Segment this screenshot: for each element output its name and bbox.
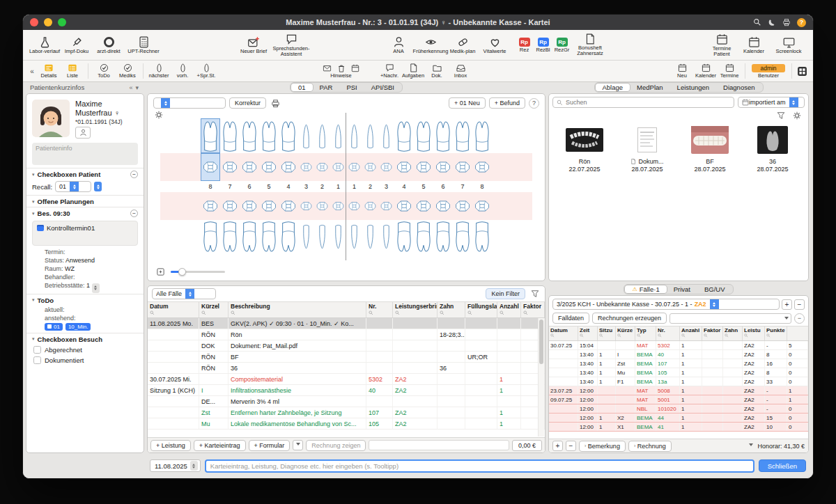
upper-crown-icon[interactable]: [201, 153, 220, 181]
lower-crown-icon[interactable]: [314, 192, 330, 220]
add-karteieintrag-button[interactable]: + Karteieintrag: [194, 440, 246, 451]
column-header[interactable]: Zahn: [723, 326, 743, 340]
tooth[interactable]: 2: [314, 118, 330, 255]
column-header[interactable]: Beschreibung: [229, 302, 366, 317]
column-header[interactable]: Leistu: [743, 326, 765, 340]
faelle-filter-select[interactable]: Alle Fälle: [152, 288, 216, 299]
upper-crown-icon[interactable]: [378, 153, 394, 181]
leistung-row[interactable]: 12:00 1 X2 BEMA 44 1 ZA2 15 0: [549, 414, 808, 423]
chart-tab[interactable]: PAR: [313, 84, 340, 91]
upper-crown-icon[interactable]: [240, 153, 259, 181]
close-window-button[interactable]: [30, 18, 38, 26]
ablage-tab[interactable]: MedPlan: [630, 84, 670, 91]
gear-icon[interactable]: [791, 111, 803, 120]
column-header[interactable]: Zahn: [438, 302, 465, 317]
dokumentiert-checkbox[interactable]: [33, 356, 41, 364]
kartei-row[interactable]: DE... Merverin 3% 4 ml: [148, 396, 545, 407]
toolbar-neuer-brief[interactable]: Neuer Brief: [238, 31, 270, 59]
rechnungen-erzeugen-button[interactable]: Rechnungen erzeugen: [592, 313, 667, 324]
column-search-icon[interactable]: [617, 333, 621, 338]
kartei-row[interactable]: Mu Lokale medikamentöse Behandlung von S…: [148, 418, 545, 430]
zoom-slider[interactable]: [171, 271, 225, 273]
betriebsstaette-stepper[interactable]: [92, 283, 100, 293]
leistung-row[interactable]: 13:40 1 Zst BEMA 107 1 ZA2 16 0: [549, 359, 808, 368]
ablage-search-input[interactable]: [566, 99, 730, 106]
toolbar-impf-doku[interactable]: Impf-Doku: [61, 31, 93, 59]
section-checkboxen-besuch[interactable]: ▾ Checkboxen Besuch: [26, 333, 144, 345]
lower-crown-icon[interactable]: [240, 192, 259, 220]
add-leistung-button[interactable]: + Leistung: [150, 440, 191, 451]
upper-crown-icon[interactable]: [453, 153, 472, 181]
add-formular-button[interactable]: + Formular: [249, 440, 291, 451]
falldaten-button[interactable]: Falldaten: [552, 313, 589, 324]
column-header[interactable]: Punkte: [765, 326, 787, 340]
column-header[interactable]: Kürzel: [199, 302, 229, 317]
leistung-row[interactable]: 13:40 1 I BEMA 40 1 ZA2 8 0: [549, 350, 808, 359]
column-search-icon[interactable]: [201, 310, 206, 315]
tooth[interactable]: 3: [378, 118, 394, 255]
column-search-icon[interactable]: [467, 310, 472, 315]
upper-crown-icon[interactable]: [346, 153, 362, 181]
lower-crown-icon[interactable]: [201, 192, 220, 220]
kartei-row[interactable]: DOK Dokument: Pat_Mail.pdf: [148, 340, 545, 352]
leistung-row[interactable]: 09.07.25 12:00 MAT 5001 1 ZA2 - 1: [549, 395, 808, 404]
toolbar-vorheriger[interactable]: vorh.: [171, 61, 194, 81]
section-todo[interactable]: ▾ ToDo: [26, 294, 144, 306]
remove-case-button[interactable]: −: [794, 299, 805, 310]
leistung-row[interactable]: 12:00 NBL 101020 1 ZA2 - 0: [549, 404, 808, 414]
toolbar-aufgaben[interactable]: Aufgaben: [401, 61, 425, 81]
tooth[interactable]: 5: [259, 118, 279, 255]
kartei-row[interactable]: Sitzung 1 (KCH) I Infiltrationsanästhesi…: [148, 385, 545, 396]
column-search-icon[interactable]: [500, 310, 504, 315]
collapse-panel-icon[interactable]: −: [794, 313, 805, 324]
column-search-icon[interactable]: [658, 333, 662, 338]
column-search-icon[interactable]: [369, 310, 373, 315]
column-header[interactable]: Nr.: [656, 326, 680, 340]
toolbar-inbox[interactable]: Inbox: [449, 61, 472, 81]
toolbar-mediks[interactable]: Mediks: [116, 61, 139, 81]
ablage-searchbox[interactable]: [552, 97, 734, 108]
toolbar-rez[interactable]: RpRez: [515, 31, 534, 59]
tooth[interactable]: 1: [330, 118, 346, 255]
chart-tab[interactable]: PSI: [339, 84, 364, 91]
add-leistung-button[interactable]: +: [552, 441, 563, 451]
honorar-dropdown-icon[interactable]: [748, 443, 754, 448]
tooth[interactable]: 6: [240, 118, 259, 255]
document-thumbnail[interactable]: 36 28.07.2025: [743, 126, 803, 173]
upper-crown-icon[interactable]: [314, 153, 330, 181]
collapse-section-icon[interactable]: −: [130, 210, 138, 217]
toolbar-kalender[interactable]: Kalender: [738, 31, 770, 59]
column-header[interactable]: Datum: [148, 302, 199, 317]
faelle-tab[interactable]: ⚠Fälle·1: [625, 285, 666, 293]
column-search-icon[interactable]: [150, 310, 155, 315]
toolbar-labor-verlauf[interactable]: Labor-verlauf: [29, 31, 61, 59]
rechnungen-select[interactable]: [669, 313, 791, 324]
toolbar-nachricht-neu[interactable]: +Nachr.: [378, 61, 401, 81]
search-icon[interactable]: [753, 18, 761, 26]
lower-crown-icon[interactable]: [346, 192, 362, 220]
lower-crown-icon[interactable]: [453, 192, 472, 220]
section-checkboxen-patient[interactable]: ▾ Checkboxen Patient −: [26, 168, 144, 180]
leistung-row[interactable]: 13:40 1 F1 BEMA 13a 1 ZA2 33 0: [549, 377, 808, 386]
abgerechnet-checkbox[interactable]: [33, 346, 41, 354]
section-besuch[interactable]: ▾ Bes. 09:30 −: [26, 207, 144, 219]
tooth[interactable]: 2: [362, 118, 378, 255]
toolbar-sprechstunde-neu[interactable]: +Spr.St.: [194, 61, 218, 81]
toolbar-details[interactable]: Details: [37, 61, 61, 81]
user-switcher[interactable]: adminBenutzer: [749, 61, 788, 81]
trash-icon[interactable]: [337, 64, 346, 72]
collapse-toolbar-icon[interactable]: «: [27, 68, 37, 75]
faelle-tab[interactable]: ⚠BG/UV: [697, 285, 732, 293]
toolbar-todo[interactable]: ToDo: [92, 61, 116, 81]
kein-filter-button[interactable]: Kein Filter: [486, 288, 525, 299]
leistung-row[interactable]: 12:00 1 X1 BEMA 41 1 ZA2 10 0: [549, 423, 808, 432]
bemerkung-button[interactable]: › Bemerkung: [579, 441, 626, 452]
sidebar-menu-icon[interactable]: ▾: [134, 84, 140, 91]
neu-01-button[interactable]: + 01 Neu: [449, 97, 486, 109]
kartei-row[interactable]: 30.07.2025 Mi. Compositematerial 5302 ZA…: [148, 374, 545, 385]
toolbar-liste[interactable]: Liste: [61, 61, 84, 81]
letter-icon[interactable]: [323, 64, 332, 72]
entry-date-field[interactable]: 11.08.2025: [150, 459, 201, 472]
formular-dropdown-icon[interactable]: [293, 440, 303, 450]
add-case-button[interactable]: +: [782, 299, 792, 310]
